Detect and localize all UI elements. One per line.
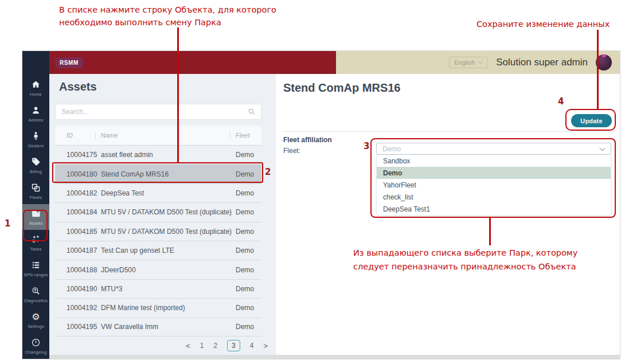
- sidebar-item-billing[interactable]: Billing: [22, 152, 49, 178]
- option-yahorfleet[interactable]: YahorFleet: [377, 179, 611, 191]
- cell-name: JDeerD500: [101, 266, 236, 274]
- pagination-page-1[interactable]: 1: [200, 342, 204, 350]
- cell-name: Test Can up genset LTE: [101, 246, 236, 255]
- user-name: Solution super admin: [496, 57, 588, 68]
- content: Assets ID Name Fleet: [49, 74, 620, 355]
- sidebar-item-label: Diagnostics: [24, 298, 48, 303]
- sidebar-item-tasks[interactable]: Tasks: [22, 230, 49, 256]
- pagination-page-2[interactable]: 2: [213, 342, 217, 350]
- sidebar-item-label: Tasks: [30, 246, 41, 252]
- fleets-icon: [31, 183, 41, 193]
- cell-id: 10004187: [55, 246, 101, 255]
- sidebar-item-label: Admins: [28, 118, 43, 123]
- option-check-list[interactable]: check_list: [377, 191, 611, 203]
- admins-icon: [31, 105, 41, 116]
- sidebar-item-assets[interactable]: Assets: [22, 204, 49, 230]
- settings-gear-icon: ⚙: [32, 312, 40, 322]
- dealers-icon: [31, 131, 41, 142]
- rsmm-logo: RSMM: [55, 57, 83, 68]
- search-icon: [248, 108, 256, 116]
- table-row[interactable]: 10004192 DFM Marine test (imported) Demo: [55, 298, 261, 317]
- table-row[interactable]: 10004187 Test Can up genset LTE Demo: [55, 241, 261, 260]
- cell-name: DeepSea Test: [101, 189, 236, 197]
- sidebar-item-label: Home: [30, 92, 42, 97]
- option-demo-selected[interactable]: Demo: [377, 167, 611, 179]
- app-window: Home Admins Dealers Billing: [22, 50, 620, 359]
- fleet-select[interactable]: Demo: [376, 143, 611, 155]
- table-row[interactable]: 10004175 asset fleet admin Demo: [55, 145, 261, 164]
- home-icon: [31, 80, 41, 90]
- cell-name: MTU 5V / DATAKOM D500 Test (duplicate): [101, 228, 236, 236]
- pagination-page-3-current[interactable]: 3: [227, 340, 240, 351]
- pagination: < 1 2 3 4 >: [186, 340, 268, 351]
- language-select[interactable]: English: [449, 57, 488, 68]
- update-button[interactable]: Update: [571, 114, 612, 127]
- cell-fleet: Demo: [236, 189, 261, 197]
- option-deepsea-test1[interactable]: DeepSea Test1: [377, 203, 611, 215]
- assets-panel: Assets ID Name Fleet: [49, 74, 276, 355]
- sidebar-item-label: Changelog: [25, 350, 46, 355]
- assets-panel-title: Assets: [59, 80, 97, 93]
- cell-fleet: Demo: [236, 323, 261, 331]
- changelog-icon: [31, 338, 41, 348]
- topbar: RSMM English Solution super admin: [49, 51, 620, 74]
- cell-name: VW Caravella Imm: [101, 323, 236, 331]
- pagination-page-4[interactable]: 4: [250, 342, 254, 350]
- chevron-down-icon: [478, 60, 483, 65]
- cell-fleet: Demo: [236, 151, 261, 159]
- fleet-select-value: Demo: [382, 145, 401, 153]
- sidebar-item-settings[interactable]: ⚙ Settings: [22, 307, 49, 333]
- topbar-user-section: English Solution super admin: [336, 51, 620, 74]
- table-row-selected[interactable]: 10004180 Stend ComAp MRS16 Demo: [55, 164, 261, 183]
- table-row[interactable]: 10004184 MTU 5V / DATAKOM D500 Test (dup…: [55, 202, 261, 221]
- annotation-save-text: Сохраните изменение данных: [476, 18, 610, 30]
- language-label: English: [454, 59, 475, 66]
- cell-id: 10004192: [55, 304, 101, 312]
- cell-id: 10004180: [55, 170, 101, 178]
- fleet-field-label: Fleet:: [283, 147, 300, 155]
- sidebar-item-dealers[interactable]: Dealers: [22, 127, 49, 152]
- cell-id: 10004175: [55, 151, 101, 159]
- sidebar-item-spn-ranges[interactable]: SPN ranges: [22, 256, 49, 281]
- section-divider: [283, 131, 614, 132]
- user-avatar[interactable]: [596, 54, 612, 71]
- column-header-name: Name: [101, 132, 236, 139]
- sidebar-item-home[interactable]: Home: [22, 75, 49, 101]
- sidebar-item-admins[interactable]: Admins: [22, 101, 49, 127]
- cell-name: DFM Marine test (imported): [101, 304, 236, 312]
- cell-name: MTU*3: [101, 285, 236, 293]
- table-row[interactable]: 10004182 DeepSea Test Demo: [55, 183, 261, 202]
- table-row[interactable]: 10004190 MTU*3 Demo: [55, 279, 261, 298]
- assets-icon: [31, 209, 41, 219]
- fleet-options-list: Sandbox Demo YahorFleet check_list DeepS…: [376, 155, 611, 216]
- cell-fleet: Demo: [236, 285, 261, 293]
- tasks-icon: [31, 234, 41, 245]
- search-input[interactable]: [56, 108, 248, 116]
- search-box: [55, 104, 261, 120]
- column-header-id: ID: [55, 132, 101, 139]
- sidebar-item-fleets[interactable]: Fleets: [22, 178, 49, 204]
- annotation-marker-1: 1: [5, 218, 10, 229]
- sidebar-item-changelog[interactable]: Changelog: [22, 333, 49, 359]
- cell-fleet: Demo: [236, 228, 261, 236]
- cell-id: 10004188: [55, 266, 101, 274]
- sidebar: Home Admins Dealers Billing: [22, 51, 49, 359]
- sidebar-item-label: Settings: [28, 324, 44, 329]
- sidebar-item-diagnostics[interactable]: Diagnostics: [22, 281, 49, 307]
- pagination-next[interactable]: >: [263, 342, 268, 350]
- pagination-prev[interactable]: <: [186, 342, 190, 350]
- cell-fleet: Demo: [236, 208, 261, 216]
- cell-fleet: Demo: [236, 304, 261, 312]
- table-row[interactable]: 10004188 JDeerD500 Demo: [55, 260, 261, 279]
- billing-icon: [31, 157, 41, 167]
- column-header-fleet: Fleet: [236, 132, 261, 139]
- option-sandbox[interactable]: Sandbox: [377, 155, 611, 167]
- cell-fleet: Demo: [236, 170, 261, 178]
- cell-name: MTU 5V / DATAKOM D500 Test (duplicate): [101, 208, 236, 216]
- main-area: RSMM English Solution super admin Assets: [49, 51, 620, 359]
- cell-name: asset fleet admin: [101, 151, 236, 159]
- table-row[interactable]: 10004195 VW Caravella Imm Demo: [55, 318, 261, 336]
- chevron-down-icon: [599, 146, 606, 152]
- cell-id: 10004195: [55, 323, 101, 331]
- table-row[interactable]: 10004185 MTU 5V / DATAKOM D500 Test (dup…: [55, 222, 261, 241]
